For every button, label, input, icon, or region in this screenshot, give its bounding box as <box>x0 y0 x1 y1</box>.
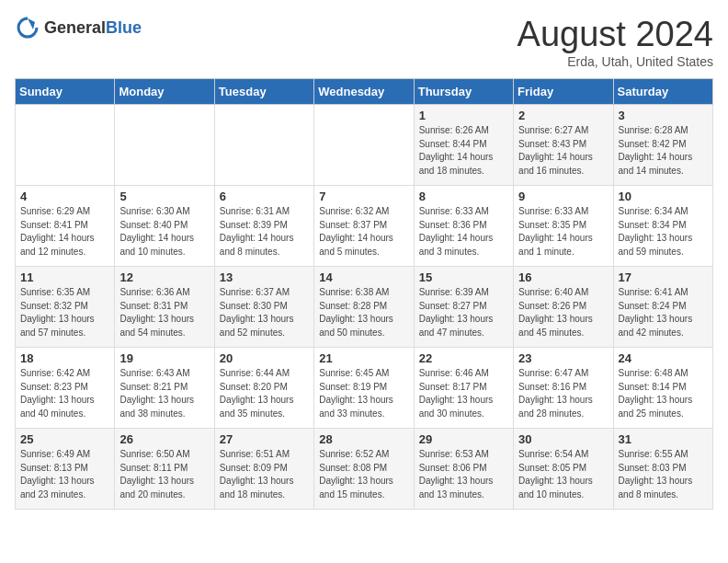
day-number: 9 <box>518 190 608 203</box>
day-number: 3 <box>619 109 708 122</box>
calendar-week-3: 11Sunrise: 6:35 AM Sunset: 8:32 PM Dayli… <box>16 267 713 348</box>
calendar-cell: 28Sunrise: 6:52 AM Sunset: 8:08 PM Dayli… <box>314 429 414 510</box>
calendar-cell: 16Sunrise: 6:40 AM Sunset: 8:26 PM Dayli… <box>514 267 613 348</box>
logo-general: General <box>44 18 106 37</box>
day-detail: Sunrise: 6:54 AM Sunset: 8:05 PM Dayligh… <box>518 448 608 501</box>
day-number: 17 <box>619 270 708 284</box>
day-detail: Sunrise: 6:41 AM Sunset: 8:24 PM Dayligh… <box>619 286 708 339</box>
day-number: 27 <box>220 432 309 446</box>
calendar-week-4: 18Sunrise: 6:42 AM Sunset: 8:23 PM Dayli… <box>16 348 713 429</box>
calendar-cell <box>115 105 214 186</box>
day-number: 10 <box>619 190 708 203</box>
col-header-monday: Monday <box>115 79 214 105</box>
day-detail: Sunrise: 6:47 AM Sunset: 8:16 PM Dayligh… <box>518 367 608 420</box>
calendar-week-2: 4Sunrise: 6:29 AM Sunset: 8:41 PM Daylig… <box>16 186 713 267</box>
calendar-cell: 18Sunrise: 6:42 AM Sunset: 8:23 PM Dayli… <box>16 348 115 429</box>
page-header: GeneralBlue August 2024 Erda, Utah, Unit… <box>15 15 713 69</box>
day-detail: Sunrise: 6:33 AM Sunset: 8:35 PM Dayligh… <box>518 205 608 259</box>
day-detail: Sunrise: 6:50 AM Sunset: 8:11 PM Dayligh… <box>119 448 209 501</box>
calendar-cell: 2Sunrise: 6:27 AM Sunset: 8:43 PM Daylig… <box>514 105 613 186</box>
day-detail: Sunrise: 6:40 AM Sunset: 8:26 PM Dayligh… <box>518 286 608 339</box>
calendar-cell: 20Sunrise: 6:44 AM Sunset: 8:20 PM Dayli… <box>214 348 313 429</box>
day-number: 19 <box>119 351 209 365</box>
day-number: 1 <box>419 109 508 122</box>
calendar-week-1: 1Sunrise: 6:26 AM Sunset: 8:44 PM Daylig… <box>16 105 713 186</box>
day-number: 21 <box>319 351 408 365</box>
day-number: 2 <box>518 109 608 122</box>
calendar-cell: 23Sunrise: 6:47 AM Sunset: 8:16 PM Dayli… <box>514 348 613 429</box>
day-number: 28 <box>319 432 408 446</box>
day-detail: Sunrise: 6:30 AM Sunset: 8:40 PM Dayligh… <box>119 205 209 259</box>
logo-blue: Blue <box>106 18 142 37</box>
calendar-cell: 6Sunrise: 6:31 AM Sunset: 8:39 PM Daylig… <box>214 186 313 267</box>
day-detail: Sunrise: 6:49 AM Sunset: 8:13 PM Dayligh… <box>20 448 109 501</box>
day-number: 13 <box>220 270 309 284</box>
col-header-sunday: Sunday <box>16 79 115 105</box>
col-header-wednesday: Wednesday <box>314 79 414 105</box>
day-detail: Sunrise: 6:26 AM Sunset: 8:44 PM Dayligh… <box>419 124 508 178</box>
logo-icon <box>15 15 40 40</box>
calendar-header-row: SundayMondayTuesdayWednesdayThursdayFrid… <box>16 79 713 105</box>
calendar-cell: 3Sunrise: 6:28 AM Sunset: 8:42 PM Daylig… <box>613 105 712 186</box>
day-detail: Sunrise: 6:42 AM Sunset: 8:23 PM Dayligh… <box>20 367 109 420</box>
calendar-cell: 30Sunrise: 6:54 AM Sunset: 8:05 PM Dayli… <box>514 429 613 510</box>
calendar-cell: 15Sunrise: 6:39 AM Sunset: 8:27 PM Dayli… <box>414 267 513 348</box>
day-detail: Sunrise: 6:39 AM Sunset: 8:27 PM Dayligh… <box>419 286 508 339</box>
day-number: 4 <box>20 190 109 203</box>
calendar-cell: 9Sunrise: 6:33 AM Sunset: 8:35 PM Daylig… <box>514 186 613 267</box>
calendar-cell: 11Sunrise: 6:35 AM Sunset: 8:32 PM Dayli… <box>16 267 115 348</box>
day-number: 14 <box>319 270 408 284</box>
day-number: 23 <box>518 351 608 365</box>
day-number: 12 <box>119 270 209 284</box>
day-detail: Sunrise: 6:28 AM Sunset: 8:42 PM Dayligh… <box>619 124 708 178</box>
calendar-cell <box>16 105 115 186</box>
logo: GeneralBlue <box>15 15 142 40</box>
calendar-cell: 27Sunrise: 6:51 AM Sunset: 8:09 PM Dayli… <box>214 429 313 510</box>
day-detail: Sunrise: 6:29 AM Sunset: 8:41 PM Dayligh… <box>20 205 109 259</box>
day-number: 31 <box>619 432 708 446</box>
day-detail: Sunrise: 6:38 AM Sunset: 8:28 PM Dayligh… <box>319 286 408 339</box>
day-number: 5 <box>119 190 209 203</box>
calendar-cell: 31Sunrise: 6:55 AM Sunset: 8:03 PM Dayli… <box>613 429 712 510</box>
day-detail: Sunrise: 6:33 AM Sunset: 8:36 PM Dayligh… <box>419 205 508 259</box>
calendar-cell: 19Sunrise: 6:43 AM Sunset: 8:21 PM Dayli… <box>115 348 214 429</box>
day-detail: Sunrise: 6:36 AM Sunset: 8:31 PM Dayligh… <box>119 286 209 339</box>
day-detail: Sunrise: 6:32 AM Sunset: 8:37 PM Dayligh… <box>319 205 408 259</box>
day-detail: Sunrise: 6:34 AM Sunset: 8:34 PM Dayligh… <box>619 205 708 259</box>
day-detail: Sunrise: 6:31 AM Sunset: 8:39 PM Dayligh… <box>220 205 309 259</box>
day-number: 25 <box>20 432 109 446</box>
calendar-table: SundayMondayTuesdayWednesdayThursdayFrid… <box>15 78 713 510</box>
calendar-cell: 14Sunrise: 6:38 AM Sunset: 8:28 PM Dayli… <box>314 267 414 348</box>
calendar-cell: 29Sunrise: 6:53 AM Sunset: 8:06 PM Dayli… <box>414 429 513 510</box>
day-detail: Sunrise: 6:37 AM Sunset: 8:30 PM Dayligh… <box>220 286 309 339</box>
day-detail: Sunrise: 6:44 AM Sunset: 8:20 PM Dayligh… <box>220 367 309 420</box>
calendar-cell <box>214 105 313 186</box>
calendar-cell: 8Sunrise: 6:33 AM Sunset: 8:36 PM Daylig… <box>414 186 513 267</box>
calendar-cell: 26Sunrise: 6:50 AM Sunset: 8:11 PM Dayli… <box>115 429 214 510</box>
location-subtitle: Erda, Utah, United States <box>518 54 713 69</box>
day-number: 8 <box>419 190 508 203</box>
calendar-cell: 12Sunrise: 6:36 AM Sunset: 8:31 PM Dayli… <box>115 267 214 348</box>
day-number: 20 <box>220 351 309 365</box>
day-number: 30 <box>518 432 608 446</box>
calendar-cell: 22Sunrise: 6:46 AM Sunset: 8:17 PM Dayli… <box>414 348 513 429</box>
day-number: 6 <box>220 190 309 203</box>
day-detail: Sunrise: 6:55 AM Sunset: 8:03 PM Dayligh… <box>619 448 708 501</box>
calendar-cell: 13Sunrise: 6:37 AM Sunset: 8:30 PM Dayli… <box>214 267 313 348</box>
calendar-cell: 10Sunrise: 6:34 AM Sunset: 8:34 PM Dayli… <box>613 186 712 267</box>
col-header-thursday: Thursday <box>414 79 513 105</box>
col-header-saturday: Saturday <box>613 79 712 105</box>
day-detail: Sunrise: 6:27 AM Sunset: 8:43 PM Dayligh… <box>518 124 608 178</box>
col-header-friday: Friday <box>514 79 613 105</box>
day-detail: Sunrise: 6:48 AM Sunset: 8:14 PM Dayligh… <box>619 367 708 420</box>
day-detail: Sunrise: 6:46 AM Sunset: 8:17 PM Dayligh… <box>419 367 508 420</box>
day-number: 24 <box>619 351 708 365</box>
calendar-cell: 1Sunrise: 6:26 AM Sunset: 8:44 PM Daylig… <box>414 105 513 186</box>
calendar-cell: 17Sunrise: 6:41 AM Sunset: 8:24 PM Dayli… <box>613 267 712 348</box>
day-detail: Sunrise: 6:52 AM Sunset: 8:08 PM Dayligh… <box>319 448 408 501</box>
day-detail: Sunrise: 6:51 AM Sunset: 8:09 PM Dayligh… <box>220 448 309 501</box>
day-number: 16 <box>518 270 608 284</box>
calendar-cell: 7Sunrise: 6:32 AM Sunset: 8:37 PM Daylig… <box>314 186 414 267</box>
day-number: 26 <box>119 432 209 446</box>
calendar-cell: 5Sunrise: 6:30 AM Sunset: 8:40 PM Daylig… <box>115 186 214 267</box>
